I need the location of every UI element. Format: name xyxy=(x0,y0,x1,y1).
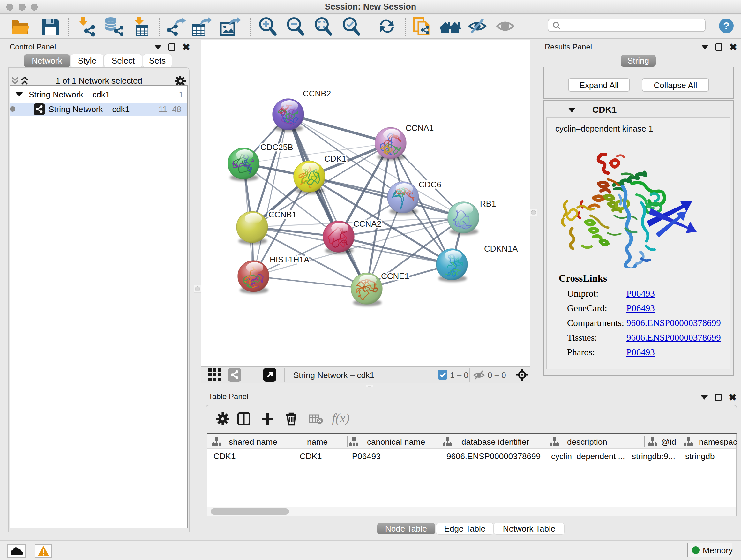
svg-text:CCNA2: CCNA2 xyxy=(353,219,381,229)
svg-text:CCNB2: CCNB2 xyxy=(303,89,331,98)
svg-text:CDC6: CDC6 xyxy=(419,180,441,189)
svg-text:CDC25B: CDC25B xyxy=(260,142,293,152)
svg-text:CCNE1: CCNE1 xyxy=(381,271,409,281)
svg-text:CDK1: CDK1 xyxy=(324,154,346,164)
svg-text:CDKN1A: CDKN1A xyxy=(484,244,518,253)
svg-text:CCNA1: CCNA1 xyxy=(406,123,434,133)
svg-text:RB1: RB1 xyxy=(480,199,496,208)
svg-text:CCNB1: CCNB1 xyxy=(268,210,296,219)
svg-text:HIST1H1A: HIST1H1A xyxy=(270,255,310,264)
